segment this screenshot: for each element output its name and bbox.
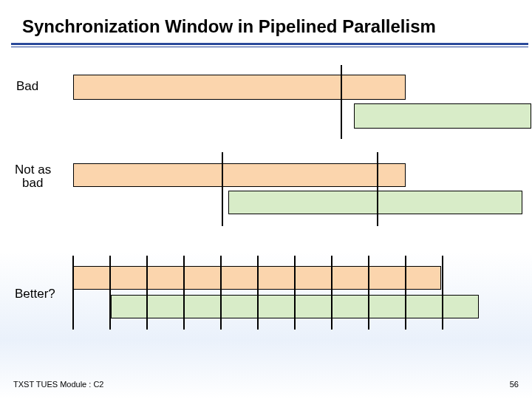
title-rule — [11, 43, 528, 47]
tick-notasbad-1 — [222, 152, 223, 226]
row-label-notasbad-l1: Not as — [15, 163, 51, 177]
tick-better-3 — [183, 256, 185, 330]
tick-better-8 — [368, 256, 369, 330]
tick-bad-1 — [341, 65, 342, 139]
tick-notasbad-2 — [377, 152, 378, 226]
bar-bad-green — [354, 103, 531, 129]
tick-better-9 — [405, 256, 406, 330]
bar-notasbad-orange — [73, 163, 406, 187]
tick-better-5 — [257, 256, 259, 330]
tick-better-1 — [109, 256, 111, 330]
tick-better-10 — [442, 256, 443, 330]
tick-better-0 — [72, 256, 74, 330]
row-label-notasbad-l2: bad — [22, 177, 43, 191]
row-label-better: Better? — [15, 287, 55, 301]
tick-better-7 — [331, 256, 332, 330]
footer-page: 56 — [510, 380, 519, 389]
bar-bad-orange — [73, 75, 406, 100]
bar-notasbad-green — [228, 191, 522, 214]
row-label-bad: Bad — [16, 80, 38, 94]
footer-module: TXST TUES Module : C2 — [13, 380, 103, 389]
tick-better-2 — [146, 256, 148, 330]
tick-better-4 — [220, 256, 222, 330]
page-title: Synchronization Window in Pipelined Para… — [22, 16, 517, 37]
tick-better-6 — [294, 256, 296, 330]
